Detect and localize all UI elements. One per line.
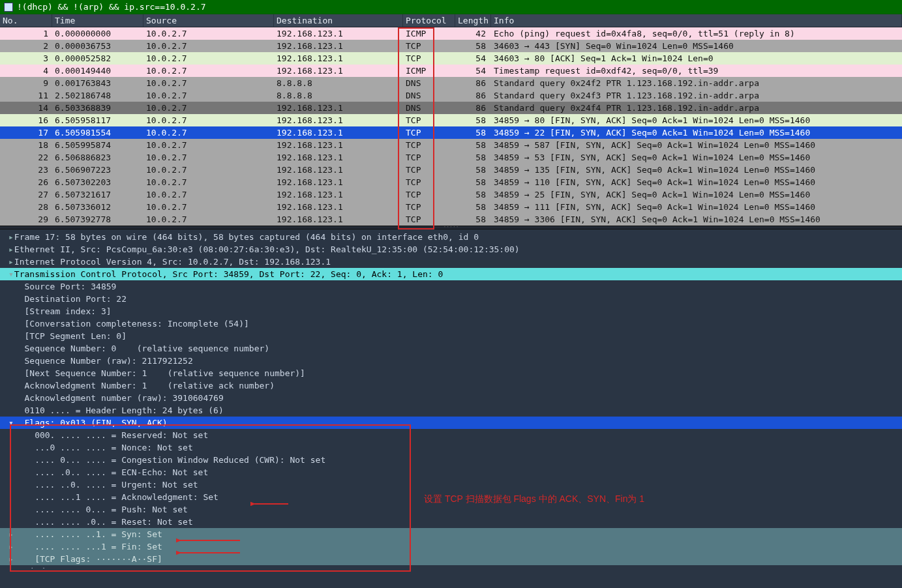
packet-cell: 34859 → 111 [FIN, SYN, ACK] Seq=0 Ack=1 … — [491, 201, 902, 213]
annotation-text: 设置 TCP 扫描数据包 Flags 中的 ACK、SYN、Fin为 1 — [424, 493, 644, 505]
col-header-time[interactable]: Time — [52, 14, 143, 27]
tree-expand-icon[interactable]: ▾ — [8, 268, 14, 280]
packet-cell: 192.168.123.1 — [274, 27, 403, 40]
col-header-destination[interactable]: Destination — [274, 14, 403, 27]
packet-row[interactable]: 276.50732161710.0.2.7192.168.123.1TCP583… — [0, 188, 902, 201]
detail-tree-row[interactable]: ▸ [TCP Flags: ·······A··SF] — [0, 553, 902, 565]
detail-tree-row[interactable]: Window: 1024 — [0, 565, 902, 568]
bookmark-icon — [4, 3, 13, 12]
detail-tree-row[interactable]: ▾Transmission Control Protocol, Src Port… — [0, 268, 902, 280]
detail-tree-row[interactable]: Sequence Number: 0 (relative sequence nu… — [0, 342, 902, 355]
detail-tree-row[interactable]: ...0 .... .... = Nonce: Not set — [0, 441, 902, 454]
packet-cell: 10.0.2.7 — [143, 151, 274, 164]
tree-expand-icon[interactable]: ▸ — [8, 231, 14, 243]
filter-text[interactable]: !(dhcp) && !(arp) && ip.src==10.0.2.7 — [17, 2, 206, 12]
packet-row[interactable]: 20.00003675310.0.2.7192.168.123.1TCP5834… — [0, 40, 902, 52]
packet-row[interactable]: 146.50336883910.0.2.7192.168.123.1DNS86S… — [0, 102, 902, 114]
detail-tree-row[interactable]: [Conversation completeness: Incomplete (… — [0, 317, 902, 330]
detail-text: Acknowledgment Number: 1 (relative ack n… — [14, 381, 275, 390]
packet-row[interactable]: 30.00005258210.0.2.7192.168.123.1TCP5434… — [0, 52, 902, 65]
detail-tree-row[interactable]: 0110 .... = Header Length: 24 bytes (6) — [0, 404, 902, 417]
col-header-info[interactable]: Info — [491, 14, 902, 27]
packet-cell: 6.503368839 — [52, 102, 143, 114]
detail-tree-row[interactable]: ▸ .... .... ..1. = Syn: Set — [0, 528, 902, 540]
packet-row[interactable]: 266.50730220310.0.2.7192.168.123.1TCP583… — [0, 176, 902, 188]
col-header-source[interactable]: Source — [143, 14, 274, 27]
packet-cell: 10.0.2.7 — [143, 213, 274, 226]
detail-tree-row[interactable]: Acknowledgment number (raw): 3910604769 — [0, 392, 902, 404]
detail-tree-row[interactable]: Sequence Number (raw): 2117921252 — [0, 355, 902, 367]
packet-cell: 34859 → 22 [FIN, SYN, ACK] Seq=0 Ack=1 W… — [491, 126, 902, 139]
packet-cell: TCP — [403, 176, 455, 188]
tree-expand-icon[interactable]: ▸ — [8, 553, 14, 565]
packet-row[interactable]: 186.50599587410.0.2.7192.168.123.1TCP583… — [0, 139, 902, 151]
packet-cell: 54 — [455, 52, 491, 65]
packet-cell: Standard query 0x24f3 PTR 1.123.168.192.… — [491, 89, 902, 102]
detail-tree-row[interactable]: [Next Sequence Number: 1 (relative seque… — [0, 367, 902, 379]
display-filter-bar[interactable]: !(dhcp) && !(arp) && ip.src==10.0.2.7 — [0, 0, 902, 14]
packet-row[interactable]: 166.50595811710.0.2.7192.168.123.1TCP583… — [0, 114, 902, 126]
detail-tree-row[interactable]: .... 0... .... = Congestion Window Reduc… — [0, 454, 902, 466]
packet-cell: 58 — [455, 139, 491, 151]
packet-row[interactable]: 236.50690722310.0.2.7192.168.123.1TCP583… — [0, 164, 902, 176]
detail-tree-row[interactable]: ▸ .... .... ...1 = Fin: Set — [0, 540, 902, 553]
packet-cell: 8.8.8.8 — [274, 89, 403, 102]
packet-row[interactable]: 90.00176384310.0.2.78.8.8.8DNS86Standard… — [0, 77, 902, 89]
tree-expand-icon — [8, 317, 14, 330]
detail-tree-row[interactable]: .... .... .0.. = Reset: Not set — [0, 516, 902, 528]
detail-tree-row[interactable]: Source Port: 34859 — [0, 280, 902, 293]
packet-cell: TCP — [403, 126, 455, 139]
packet-row[interactable]: 226.50688682310.0.2.7192.168.123.1TCP583… — [0, 151, 902, 164]
detail-tree-row[interactable]: Acknowledgment Number: 1 (relative ack n… — [0, 379, 902, 392]
detail-text: Sequence Number: 0 (relative sequence nu… — [14, 344, 269, 353]
packet-list[interactable]: 10.00000000010.0.2.7192.168.123.1ICMP42E… — [0, 27, 902, 226]
tree-expand-icon — [8, 441, 14, 454]
col-header-length[interactable]: Length — [455, 14, 491, 27]
packet-cell: 11 — [0, 89, 52, 102]
packet-cell: TCP — [403, 52, 455, 65]
packet-row[interactable]: 112.50218674810.0.2.78.8.8.8DNS86Standar… — [0, 89, 902, 102]
detail-tree-row[interactable]: [Stream index: 3] — [0, 305, 902, 317]
packet-details-pane[interactable]: ▸Frame 17: 58 bytes on wire (464 bits), … — [0, 229, 902, 568]
tree-expand-icon — [8, 404, 14, 417]
tree-expand-icon[interactable]: ▸ — [8, 528, 14, 540]
detail-text: Sequence Number (raw): 2117921252 — [14, 356, 193, 366]
packet-cell: 10.0.2.7 — [143, 52, 274, 65]
packet-cell: 10.0.2.7 — [143, 176, 274, 188]
detail-tree-row[interactable]: [TCP Segment Len: 0] — [0, 330, 902, 342]
packet-cell: 10.0.2.7 — [143, 89, 274, 102]
detail-tree-row[interactable]: .... .0.. .... = ECN-Echo: Not set — [0, 466, 902, 478]
detail-text: [Conversation completeness: Incomplete (… — [14, 319, 249, 329]
col-header-protocol[interactable]: Protocol — [403, 14, 455, 27]
packet-cell: TCP — [403, 188, 455, 201]
packet-cell: Echo (ping) request id=0x4fa8, seq=0/0, … — [491, 27, 902, 40]
packet-cell: 192.168.123.1 — [274, 52, 403, 65]
packet-row[interactable]: 10.00000000010.0.2.7192.168.123.1ICMP42E… — [0, 27, 902, 40]
packet-cell: 17 — [0, 126, 52, 139]
tree-expand-icon — [8, 392, 14, 404]
packet-row[interactable]: 286.50733601210.0.2.7192.168.123.1TCP583… — [0, 201, 902, 213]
packet-cell: 27 — [0, 188, 52, 201]
tree-expand-icon — [8, 491, 14, 503]
tree-expand-icon[interactable]: ▸ — [8, 256, 14, 268]
detail-tree-row[interactable]: .... ..0. .... = Urgent: Not set — [0, 478, 902, 491]
packet-cell: 58 — [455, 188, 491, 201]
detail-tree-row[interactable]: ▸Ethernet II, Src: PcsCompu_6a:30:e3 (08… — [0, 243, 902, 256]
detail-text: .... .0.. .... = ECN-Echo: Not set — [14, 467, 208, 477]
tree-expand-icon[interactable]: ▸ — [8, 243, 14, 256]
detail-tree-row[interactable]: ▸Internet Protocol Version 4, Src: 10.0.… — [0, 256, 902, 268]
detail-text: Acknowledgment number (raw): 3910604769 — [14, 393, 224, 403]
red-arrow-icon — [250, 499, 290, 508]
packet-row[interactable]: 40.00014944010.0.2.7192.168.123.1ICMP54T… — [0, 65, 902, 77]
packet-cell: 192.168.123.1 — [274, 102, 403, 114]
tree-expand-icon[interactable]: ▾ — [8, 417, 14, 429]
detail-tree-row[interactable]: ▾ Flags: 0x013 (FIN, SYN, ACK) — [0, 417, 902, 429]
col-header-no[interactable]: No. — [0, 14, 52, 27]
detail-tree-row[interactable]: Destination Port: 22 — [0, 293, 902, 305]
packet-cell: 0.000052582 — [52, 52, 143, 65]
packet-cell: TCP — [403, 164, 455, 176]
detail-tree-row[interactable]: ▸Frame 17: 58 bytes on wire (464 bits), … — [0, 231, 902, 243]
detail-tree-row[interactable]: 000. .... .... = Reserved: Not set — [0, 429, 902, 441]
tree-expand-icon[interactable]: ▸ — [8, 540, 14, 553]
packet-row[interactable]: 176.50598155410.0.2.7192.168.123.1TCP583… — [0, 126, 902, 139]
